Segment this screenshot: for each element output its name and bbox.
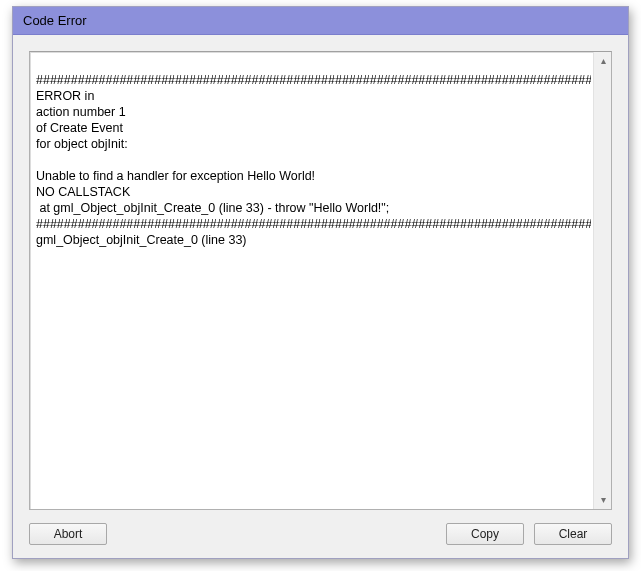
error-text-content[interactable]: ########################################… [36, 56, 591, 248]
clear-button[interactable]: Clear [534, 523, 612, 545]
scroll-down-icon[interactable]: ▾ [596, 493, 610, 507]
error-dialog-window: Code Error #############################… [12, 6, 629, 559]
dialog-client-area: ########################################… [13, 35, 628, 558]
vertical-scrollbar[interactable]: ▴ ▾ [593, 52, 611, 509]
scroll-up-icon[interactable]: ▴ [596, 54, 610, 68]
titlebar[interactable]: Code Error [13, 7, 628, 35]
abort-button[interactable]: Abort [29, 523, 107, 545]
error-text-area[interactable]: ########################################… [29, 51, 612, 510]
copy-button[interactable]: Copy [446, 523, 524, 545]
button-row: Abort Copy Clear [29, 510, 612, 548]
window-title: Code Error [23, 13, 87, 28]
